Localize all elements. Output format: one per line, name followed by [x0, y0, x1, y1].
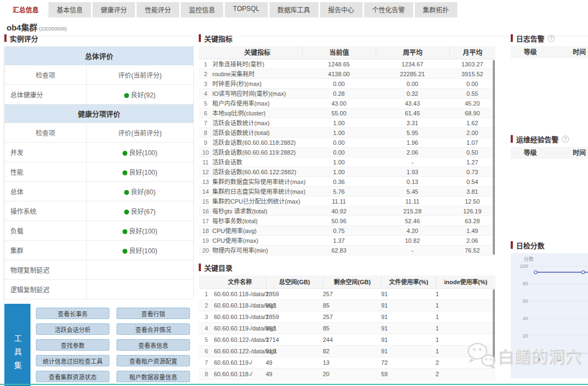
metric-week-avg: 1.93: [376, 167, 449, 177]
dir-index: 6: [199, 346, 214, 357]
metric-name: 活跃会话数: [212, 157, 302, 167]
tool-button-6[interactable]: 统计信息过旧检查工具: [36, 355, 109, 366]
help-icon[interactable]: ?: [548, 35, 555, 42]
metric-row: 18CPU使用率(avg)0.754.201.49: [199, 226, 495, 236]
tool-button-7[interactable]: 查看租户资源配置: [117, 355, 190, 366]
tool-button-3[interactable]: 查看合并情况: [117, 323, 190, 335]
status-dot-icon: [122, 229, 127, 234]
metric-row: 20物理内存可用率(min)62.83-76.52: [199, 246, 495, 255]
data-point-marker[interactable]: [534, 271, 537, 274]
metric-row: 10活跃会话数(60.60.60.119:2882)0.002.060.50: [199, 148, 495, 157]
key-metrics-table: 关键指标 当前值 周平均 月平均 1对象连接耗时(毫秒)1248.651234.…: [199, 46, 495, 255]
x-tick: 25: [556, 357, 561, 362]
metric-current: 1.00: [302, 118, 376, 128]
metric-week-avg: 0.32: [376, 89, 449, 99]
col-current: 当前值: [302, 46, 376, 59]
section-accent-bar: [511, 241, 513, 249]
dirs-scrollbar[interactable]: [493, 289, 495, 363]
dir-free-space: 20: [323, 369, 381, 380]
y-axis-title: 分数: [524, 256, 534, 262]
status-dot-icon: [122, 151, 127, 156]
col-week-avg: 周平均: [376, 46, 449, 59]
tool-button-5[interactable]: 查看表信息: [117, 339, 190, 351]
dir-row: 760.60.60.119-/4913722: [199, 357, 495, 369]
section-title: 日志告警: [516, 33, 544, 44]
tab-1[interactable]: 基本信息: [48, 2, 91, 17]
dir-file-name: 60.60.60.119-/data/1: [214, 311, 266, 323]
section-accent-bar: [199, 264, 201, 271]
tab-7[interactable]: 报告中心: [320, 2, 363, 17]
metric-current: 0.00: [302, 79, 376, 89]
metric-current: 0.00: [302, 148, 376, 157]
tool-button-9[interactable]: 租户数据容量信息: [117, 371, 190, 382]
log-alerts-empty-body: [511, 58, 588, 134]
tool-button-4[interactable]: 查找参数: [36, 339, 109, 351]
daily-score-header: 日检分数: [511, 241, 588, 249]
metric-current: 5.76: [302, 187, 376, 197]
tab-0[interactable]: 汇总信息: [4, 2, 47, 17]
metric-current: 1.37: [302, 236, 376, 246]
check-item-value: 良好(100): [87, 241, 193, 260]
status-dot-icon: [122, 249, 127, 254]
dir-file-name: 60.60.60.122-/data/log1: [214, 346, 266, 357]
tool-button-1[interactable]: 查看行锁: [117, 308, 190, 319]
check-item-value: 良好(100): [87, 162, 193, 181]
metric-row: 6本地sql比例(cluster)55.0061.4568.90: [199, 108, 495, 118]
metric-index: 4: [199, 89, 212, 99]
col-level: 等级: [511, 147, 550, 159]
instance-score-panel: 实例评分 总体评价 检查项 评价(当前评分) 总体健康分 良好(92) 健康分项…: [4, 34, 194, 386]
tab-2[interactable]: 健康评分: [93, 2, 135, 17]
dir-file-usage: 91: [381, 323, 436, 334]
key-metrics-column-header: 关键指标 当前值 周平均 月平均: [199, 46, 495, 59]
tab-5[interactable]: TOPSQL: [225, 2, 267, 17]
metric-week-avg: 22285.21: [376, 69, 449, 79]
col-index: [199, 275, 214, 289]
tab-3[interactable]: 性能评分: [137, 2, 179, 17]
dir-inode-usage: 1: [436, 346, 495, 357]
metric-week-avg: 1234.67: [376, 59, 449, 69]
bottom-accent-bar: [0, 384, 588, 385]
tool-button-8[interactable]: 查看集群资源状态: [36, 371, 109, 382]
section-accent-bar: [4, 34, 7, 42]
metric-row: 13集群的数据盘实际使用率统计(max)0.360.130.54: [199, 177, 495, 187]
metric-index: 7: [199, 118, 212, 128]
check-item-value: 良好(100): [87, 143, 193, 162]
metric-index: 5: [199, 99, 212, 108]
metric-current: 1248.65: [302, 59, 376, 69]
metric-week-avg: 11.11: [376, 197, 449, 206]
metric-month-avg: 45.20: [449, 99, 495, 108]
metric-week-avg: 5.95: [376, 128, 449, 138]
metric-index: 20: [199, 246, 212, 255]
metric-index: 14: [199, 187, 212, 197]
metric-name: 活跃会话数(60.60.60.118:2882): [212, 138, 302, 148]
metric-month-avg: 0.50: [449, 148, 495, 157]
dir-index: 5: [199, 334, 214, 346]
metric-week-avg: 5.45: [376, 187, 449, 197]
metric-month-avg: 126.19: [449, 206, 495, 216]
metric-current: 0.00: [302, 138, 376, 148]
help-icon[interactable]: ?: [562, 136, 569, 143]
tab-9[interactable]: 集群拓扑: [415, 2, 457, 17]
data-point-marker[interactable]: [581, 271, 585, 274]
section-title: 关键指标: [204, 33, 232, 44]
tab-8[interactable]: 个性化告警: [364, 2, 413, 17]
tool-button-0[interactable]: 查看长事务: [36, 308, 109, 319]
tool-button-grid: 查看长事务查看行锁活跃会话分析查看合并情况查找参数查看表信息统计信息过旧检查工具…: [30, 304, 194, 386]
metric-index: 1: [199, 59, 212, 69]
content-left-border: [3, 32, 4, 383]
metric-current: 1.00: [302, 128, 376, 138]
metric-name: 每秒事务数(total): [212, 216, 302, 226]
tab-6[interactable]: 数据库工具: [270, 2, 318, 17]
toolset-label: 工具集: [12, 334, 23, 386]
metric-index: 16: [199, 206, 212, 216]
dir-inode-usage: 1: [436, 289, 495, 300]
score-table: 总体评价 检查项 评价(当前评分) 总体健康分 良好(92) 健康分项评价 检查…: [4, 46, 194, 299]
tool-button-2[interactable]: 活跃会话分析: [36, 323, 109, 335]
daily-score-chart: 分数 100 80 60 40 20 0 0 25: [511, 253, 588, 378]
metric-index: 11: [199, 157, 212, 167]
metric-name: 每秒gts 请求数(total): [212, 206, 302, 216]
dir-file-usage: 91: [381, 300, 436, 311]
tab-4[interactable]: 监控信息: [181, 2, 223, 17]
metrics-scrollbar[interactable]: [493, 60, 495, 255]
col-metric-name: 关键指标: [212, 46, 302, 59]
